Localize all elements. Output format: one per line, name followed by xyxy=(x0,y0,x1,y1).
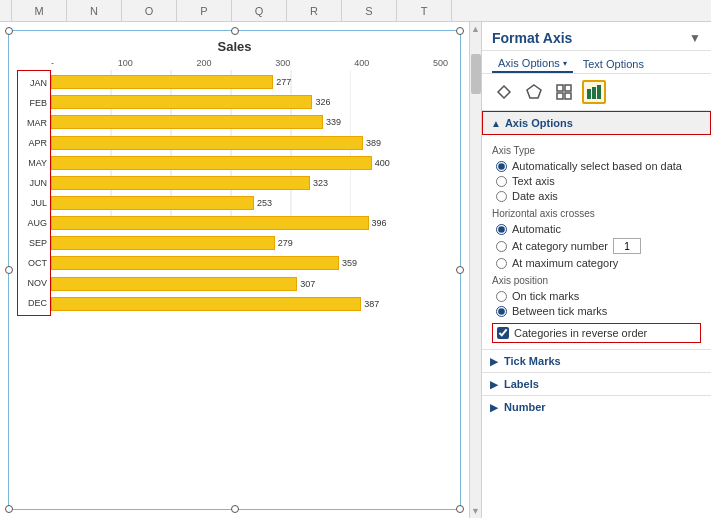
radio-category-number-input[interactable] xyxy=(496,241,507,252)
scroll-thumb[interactable] xyxy=(471,54,481,94)
vertical-scrollbar[interactable]: ▲ ▼ xyxy=(469,22,481,518)
month-label-jul: JUL xyxy=(18,193,50,213)
panel-close-button[interactable]: ▼ xyxy=(689,31,701,45)
radio-max-category-input[interactable] xyxy=(496,258,507,269)
radio-max-category[interactable]: At maximum category xyxy=(496,257,701,269)
bar-value-may: 400 xyxy=(375,158,390,168)
bar-chart-icon[interactable] xyxy=(582,80,606,104)
bar-mar xyxy=(51,115,323,129)
number-section[interactable]: ▶ Number xyxy=(482,395,711,418)
radio-date-axis-label: Date axis xyxy=(512,190,558,202)
bar-row-nov: 307 xyxy=(51,274,452,294)
fill-icon[interactable] xyxy=(492,80,516,104)
axis-options-label: Axis Options xyxy=(505,117,573,129)
main-area: Sales - 100 200 300 400 500 JANFEBMARAPR… xyxy=(0,22,711,518)
tick-marks-section[interactable]: ▶ Tick Marks xyxy=(482,349,711,372)
labels-section[interactable]: ▶ Labels xyxy=(482,372,711,395)
bar-row-jul: 253 xyxy=(51,193,452,213)
radio-between-tick-input[interactable] xyxy=(496,306,507,317)
handle-ml[interactable] xyxy=(5,266,13,274)
handle-tm[interactable] xyxy=(231,27,239,35)
bar-may xyxy=(51,156,372,170)
panel-title: Format Axis xyxy=(492,30,572,46)
svg-marker-6 xyxy=(498,86,510,98)
axis-options-section-header[interactable]: ▲ Axis Options xyxy=(482,111,711,135)
svg-rect-12 xyxy=(587,89,591,99)
icon-toolbar xyxy=(482,74,711,111)
tab-text-options[interactable]: Text Options xyxy=(577,55,650,73)
month-label-nov: NOV xyxy=(18,273,50,293)
bar-aug xyxy=(51,216,369,230)
categories-reverse-input[interactable] xyxy=(497,327,509,339)
radio-between-tick[interactable]: Between tick marks xyxy=(496,305,701,317)
handle-br[interactable] xyxy=(456,505,464,513)
bar-value-jul: 253 xyxy=(257,198,272,208)
col-header-m: M xyxy=(12,0,67,21)
tab-axis-options[interactable]: Axis Options ▾ xyxy=(492,55,573,73)
bars-column: 277326339389400323253396279359307387 xyxy=(51,70,452,316)
radio-on-tick[interactable]: On tick marks xyxy=(496,290,701,302)
bar-value-jan: 277 xyxy=(276,77,291,87)
bar-dec xyxy=(51,297,361,311)
categories-reverse-checkbox[interactable]: Categories in reverse order xyxy=(492,323,701,343)
bar-value-nov: 307 xyxy=(300,279,315,289)
month-label-dec: DEC xyxy=(18,293,50,313)
labels-label: Labels xyxy=(504,378,539,390)
bar-row-feb: 326 xyxy=(51,92,452,112)
x-axis-container: - 100 200 300 400 500 xyxy=(51,58,452,68)
horiz-axis-radio-group: Automatic At category number At maximum … xyxy=(492,223,701,269)
handle-tl[interactable] xyxy=(5,27,13,35)
bar-row-may: 400 xyxy=(51,153,452,173)
bar-value-feb: 326 xyxy=(315,97,330,107)
bars-area: JANFEBMARAPRMAYJUNJULAUGSEPOCTNOVDEC 2 xyxy=(17,70,452,316)
radio-between-tick-label: Between tick marks xyxy=(512,305,607,317)
category-number-input[interactable] xyxy=(613,238,641,254)
x-tick-5: 500 xyxy=(433,58,448,68)
bar-nov xyxy=(51,277,297,291)
svg-rect-8 xyxy=(557,85,563,91)
radio-on-tick-input[interactable] xyxy=(496,291,507,302)
x-tick-1: 100 xyxy=(118,58,133,68)
bar-value-oct: 359 xyxy=(342,258,357,268)
col-header-n: N xyxy=(67,0,122,21)
bar-jan xyxy=(51,75,273,89)
month-label-mar: MAR xyxy=(18,113,50,133)
axis-options-body: Axis Type Automatically select based on … xyxy=(482,135,711,349)
radio-automatic-input[interactable] xyxy=(496,224,507,235)
svg-rect-14 xyxy=(597,85,601,99)
handle-mr[interactable] xyxy=(456,266,464,274)
handle-tr[interactable] xyxy=(456,27,464,35)
radio-auto-select-input[interactable] xyxy=(496,161,507,172)
col-header-t: T xyxy=(397,0,452,21)
bar-value-aug: 396 xyxy=(372,218,387,228)
radio-automatic-label: Automatic xyxy=(512,223,561,235)
x-tick-4: 400 xyxy=(354,58,369,68)
bar-value-apr: 389 xyxy=(366,138,381,148)
col-header-p: P xyxy=(177,0,232,21)
bar-feb xyxy=(51,95,312,109)
handle-bm[interactable] xyxy=(231,505,239,513)
radio-category-number[interactable]: At category number xyxy=(496,240,608,252)
bar-row-dec: 387 xyxy=(51,294,452,314)
svg-rect-13 xyxy=(592,87,596,99)
pentagon-icon[interactable] xyxy=(522,80,546,104)
radio-auto-select-label: Automatically select based on data xyxy=(512,160,682,172)
axis-position-radio-group: On tick marks Between tick marks xyxy=(492,290,701,317)
month-label-apr: APR xyxy=(18,133,50,153)
radio-date-axis[interactable]: Date axis xyxy=(496,190,701,202)
radio-text-axis-input[interactable] xyxy=(496,176,507,187)
handle-bl[interactable] xyxy=(5,505,13,513)
radio-auto-select[interactable]: Automatically select based on data xyxy=(496,160,701,172)
grid-icon[interactable] xyxy=(552,80,576,104)
radio-automatic[interactable]: Automatic xyxy=(496,223,701,235)
svg-rect-11 xyxy=(565,93,571,99)
sheet-wrapper: Sales - 100 200 300 400 500 JANFEBMARAPR… xyxy=(0,22,481,518)
tab-text-options-label: Text Options xyxy=(583,58,644,70)
radio-text-axis[interactable]: Text axis xyxy=(496,175,701,187)
x-tick-0: - xyxy=(51,58,54,68)
bar-apr xyxy=(51,136,363,150)
svg-rect-9 xyxy=(565,85,571,91)
section-arrow: ▲ xyxy=(491,118,501,129)
format-panel: Format Axis ▼ Axis Options ▾ Text Option… xyxy=(481,22,711,518)
radio-date-axis-input[interactable] xyxy=(496,191,507,202)
